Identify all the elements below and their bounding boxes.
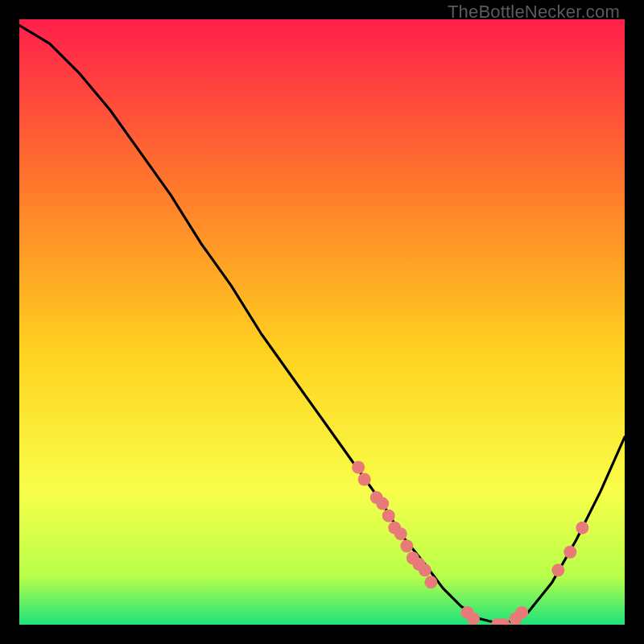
curve-marker <box>424 576 437 588</box>
curve-marker <box>576 522 588 535</box>
curve-marker <box>515 606 528 619</box>
curve-marker <box>551 564 564 576</box>
curve-marker <box>352 460 365 473</box>
curve-marker <box>400 539 413 552</box>
curve-marker <box>376 497 389 510</box>
curve-marker <box>467 612 480 625</box>
chart-frame <box>19 19 625 625</box>
bottleneck-chart <box>19 19 625 625</box>
curve-marker <box>564 546 576 559</box>
curve-marker <box>382 510 395 522</box>
curve-marker <box>419 564 431 576</box>
curve-marker <box>394 527 407 540</box>
curve-marker <box>358 473 371 486</box>
